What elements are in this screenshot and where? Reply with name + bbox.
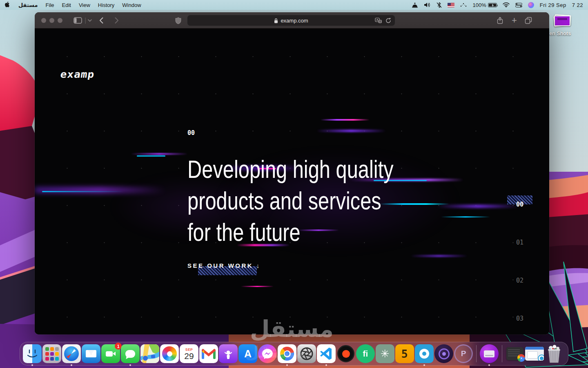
grid-dot — [50, 352, 54, 356]
privacy-shield-icon[interactable] — [175, 12, 181, 29]
forward-button[interactable] — [115, 12, 119, 29]
back-button[interactable] — [99, 12, 103, 29]
facetime-icon[interactable]: 1 — [101, 344, 120, 363]
wifi-icon[interactable] — [503, 2, 510, 7]
menubar-date[interactable]: Fri 29 Sep — [540, 2, 566, 8]
aperture-app-icon[interactable] — [297, 344, 316, 363]
site-logo[interactable]: examp — [60, 69, 95, 80]
zoom-window-button[interactable] — [58, 18, 62, 23]
running-indicator — [488, 364, 490, 366]
finder-face — [23, 344, 42, 363]
sidebar-toggle-button[interactable] — [74, 12, 82, 29]
drive-glyph — [484, 350, 494, 357]
grid-dot — [50, 357, 54, 361]
pagination-item-03[interactable]: 03 — [507, 315, 532, 322]
menu-edit[interactable]: Edit — [62, 2, 71, 8]
grid-dot — [45, 357, 49, 361]
headline-line-3: for the future — [187, 217, 394, 248]
dock-divider — [476, 345, 477, 362]
messages-icon[interactable] — [121, 344, 140, 363]
chrome-icon[interactable] — [278, 344, 296, 363]
apple-menu-icon[interactable] — [5, 2, 11, 8]
pagination-item-01[interactable]: 01 — [507, 239, 532, 246]
battery-status[interactable]: 100% — [472, 2, 497, 8]
menu-window[interactable]: Window — [122, 2, 141, 8]
siri-icon[interactable] — [528, 2, 534, 8]
control-center-icon[interactable] — [515, 3, 522, 7]
glitch-streak — [410, 255, 468, 257]
running-indicator — [325, 364, 327, 366]
launchpad-icon[interactable] — [42, 344, 61, 363]
record-ring — [337, 345, 354, 362]
envelope-glyph — [86, 350, 96, 357]
close-window-button[interactable] — [41, 18, 46, 23]
chrome-logo — [280, 347, 294, 361]
pagination-item-00[interactable]: 00 — [507, 201, 532, 208]
purple-drive-app-icon[interactable] — [480, 344, 499, 363]
calendar-icon[interactable]: SEP 29 — [180, 344, 198, 363]
chatgpt-icon[interactable]: ✳ — [376, 344, 394, 363]
at-circle-app-icon[interactable] — [434, 344, 453, 363]
gmail-icon[interactable] — [199, 344, 218, 363]
photo-front-purple — [554, 16, 570, 26]
glitch-streak — [441, 216, 490, 218]
speech-bubble-glyph — [125, 350, 135, 358]
tab-overview-button[interactable] — [525, 12, 532, 29]
battery-icon — [488, 3, 497, 7]
photos-icon[interactable] — [160, 344, 179, 363]
minimized-chrome-window[interactable] — [506, 344, 524, 363]
minimized-blue-app-window[interactable] — [525, 344, 544, 363]
screen-recorder-icon[interactable] — [336, 344, 355, 363]
video-camera-glyph — [106, 351, 113, 357]
compass-dial — [64, 346, 79, 361]
vscode-icon[interactable] — [317, 344, 336, 363]
dock-divider — [502, 345, 502, 362]
finder-icon[interactable] — [23, 344, 42, 363]
sidebar-chevron-down-icon[interactable] — [88, 12, 92, 29]
window-thumbnail — [506, 347, 523, 360]
address-bar[interactable]: examp.com — [187, 15, 395, 26]
translate-button[interactable] — [375, 18, 382, 23]
cta-label: SEE OUR WORK ↓ — [187, 262, 261, 269]
p-circle-app-icon[interactable]: P — [454, 344, 473, 363]
blue-circle-app-icon[interactable] — [415, 344, 434, 363]
grid-dot — [55, 352, 59, 356]
menu-bar: مستقل File Edit View History Window 100% — [0, 0, 588, 10]
minimize-window-button[interactable] — [49, 18, 54, 23]
see-our-work-link[interactable]: SEE OUR WORK ↓ — [187, 262, 261, 269]
bluetooth-off-icon[interactable] — [437, 2, 442, 8]
reload-button[interactable] — [385, 18, 391, 24]
menu-history[interactable]: History — [98, 2, 114, 8]
podcasts-icon[interactable] — [219, 344, 238, 363]
menubar-app-dome-icon[interactable] — [412, 2, 418, 8]
running-indicator — [129, 364, 131, 366]
trash-glyph — [546, 344, 562, 363]
messenger-icon[interactable] — [258, 344, 277, 363]
battery-percent-label: 100% — [472, 2, 486, 8]
glitch-streak — [316, 130, 386, 132]
fiverr-icon[interactable]: fi — [356, 344, 375, 363]
menubar-clock[interactable]: 7 22 — [572, 2, 583, 8]
safari-toolbar: | examp.com — [35, 12, 549, 29]
active-app-name[interactable]: مستقل — [18, 2, 38, 8]
glitch-streak — [321, 119, 370, 121]
mail-icon[interactable] — [82, 344, 100, 363]
maps-icon[interactable] — [140, 344, 159, 363]
menu-view[interactable]: View — [79, 2, 90, 8]
running-indicator — [286, 364, 288, 366]
pagination-item-02[interactable]: 02 — [507, 277, 532, 284]
app-store-icon[interactable]: A — [238, 344, 257, 363]
menu-file[interactable]: File — [46, 2, 54, 8]
charging-bolt-icon — [492, 4, 494, 7]
input-source-us-flag[interactable] — [448, 3, 454, 7]
share-button[interactable] — [497, 12, 503, 29]
section-number: 00 — [187, 129, 195, 137]
volume-icon[interactable] — [424, 2, 431, 8]
podcasts-glyph — [222, 348, 234, 360]
keyboard-brightness-icon[interactable] — [460, 3, 467, 7]
p-glyph: P — [461, 349, 466, 358]
five-app-icon[interactable]: 5 — [395, 344, 414, 363]
new-tab-button[interactable]: + — [512, 12, 517, 29]
safari-icon[interactable] — [62, 344, 81, 363]
trash-icon[interactable] — [545, 344, 564, 363]
